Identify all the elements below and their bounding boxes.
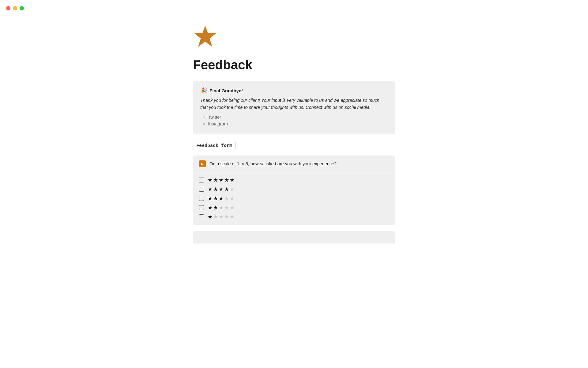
traffic-light-green[interactable] xyxy=(20,6,24,10)
rating-stars-3: ★★★★★ xyxy=(208,195,235,202)
rating-option-1[interactable]: ★★★★★ xyxy=(199,213,389,220)
rating-stars-5: ★★★★★ xyxy=(208,177,235,183)
callout-body: Thank you for being our client! Your inp… xyxy=(200,97,388,111)
rating-stars-2: ★★★★★ xyxy=(208,204,235,211)
rating-stars-4: ★★★★★ xyxy=(208,186,235,193)
rating-option-3[interactable]: ★★★★★ xyxy=(199,195,389,202)
rating-option-5[interactable]: ★★★★★ xyxy=(199,177,389,183)
main-content: Feedback 🎉 Final Goodbye! Thank you for … xyxy=(187,0,401,262)
callout-emoji: 🎉 xyxy=(200,87,207,94)
page-star-icon xyxy=(193,25,395,50)
rating-checkbox-3[interactable] xyxy=(199,196,204,201)
rating-checkbox-1[interactable] xyxy=(199,214,204,219)
callout-social-list: Twitter Instagram xyxy=(203,115,388,126)
rating-stars-1: ★★★★★ xyxy=(208,213,235,220)
traffic-light-red[interactable] xyxy=(6,6,10,10)
social-link-twitter[interactable]: Twitter xyxy=(203,115,388,120)
page-title: Feedback xyxy=(193,58,395,72)
rating-checkbox-4[interactable] xyxy=(199,187,204,192)
rating-checkbox-2[interactable] xyxy=(199,205,204,210)
question-arrow-icon xyxy=(199,160,206,167)
question-text: On a scale of 1 to 5, how satisfied are … xyxy=(209,161,337,166)
callout-title: Final Goodbye! xyxy=(209,88,243,93)
rating-option-2[interactable]: ★★★★★ xyxy=(199,204,389,211)
traffic-light-yellow[interactable] xyxy=(13,6,17,10)
feedback-form-label: Feedback form xyxy=(193,142,236,150)
traffic-lights xyxy=(6,6,24,10)
rating-options: ★★★★★ ★★★★★ ★★★★★ ★★★★★ ★★★★★ xyxy=(193,172,395,225)
callout-box: 🎉 Final Goodbye! Thank you for being our… xyxy=(193,81,395,134)
svg-marker-0 xyxy=(194,26,216,47)
callout-header: 🎉 Final Goodbye! xyxy=(200,87,388,94)
rating-checkbox-5[interactable] xyxy=(199,178,204,182)
question-block: On a scale of 1 to 5, how satisfied are … xyxy=(193,155,395,225)
rating-option-4[interactable]: ★★★★★ xyxy=(199,186,389,193)
question-header: On a scale of 1 to 5, how satisfied are … xyxy=(193,155,395,172)
partial-block xyxy=(193,231,395,243)
social-link-instagram[interactable]: Instagram xyxy=(203,121,388,126)
